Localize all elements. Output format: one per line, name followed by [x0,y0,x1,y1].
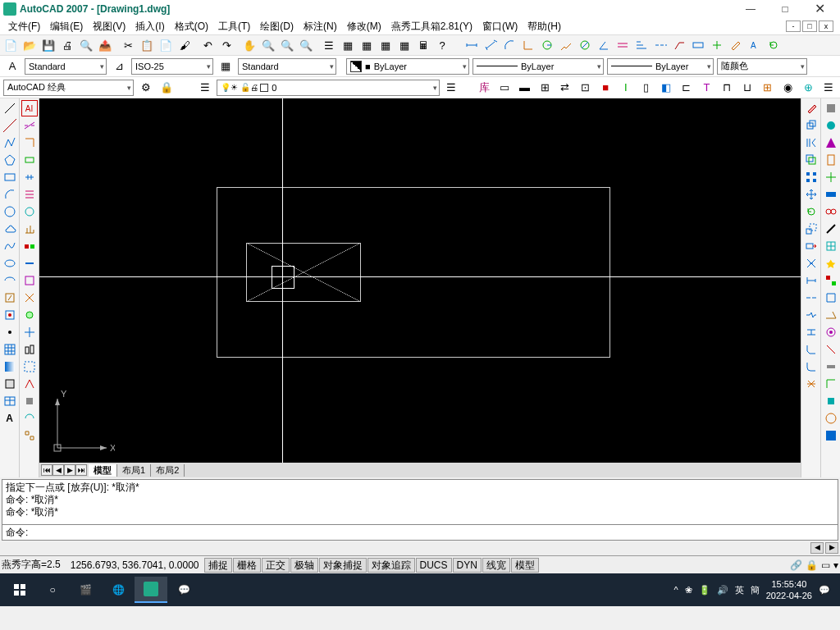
taskbar-browser[interactable]: 🌐 [102,577,135,603]
dim-quick-button[interactable] [614,36,632,54]
dim-ordinate-button[interactable] [519,36,537,54]
table-button[interactable] [2,393,18,409]
toggle-dyn[interactable]: DYN [453,558,482,573]
menu-help[interactable]: 帮助(H) [523,20,566,34]
save-button[interactable]: 💾 [39,36,57,54]
yr-t8[interactable] [823,221,839,237]
sheetset-button[interactable]: ▦ [377,36,395,54]
dim-arc-button[interactable] [500,36,518,54]
fillet-button[interactable] [803,358,819,375]
dim-leader-button[interactable] [670,36,688,54]
dim-angular-button[interactable] [595,36,613,54]
tab-model[interactable]: 模型 [89,464,117,477]
scroll-right-button[interactable]: ▶ [825,542,838,554]
dim-baseline-button[interactable] [632,36,651,54]
open-button[interactable]: 📂 [21,36,39,54]
tray-notifications-icon[interactable]: 💬 [819,585,830,596]
yr-t14[interactable] [823,324,839,340]
yr-t10[interactable] [823,255,839,272]
yr-t16[interactable] [823,358,839,375]
erase-button[interactable] [803,100,819,116]
dim-edit-button[interactable] [727,36,745,54]
yr-t2[interactable] [823,117,839,134]
dim-continue-button[interactable] [651,36,669,54]
taskbar-wechat[interactable]: 💬 [167,577,200,603]
yanxiu-tool14-button[interactable]: ⊞ [759,79,776,97]
menu-format[interactable]: 格式(O) [170,20,213,34]
mdi-restore-button[interactable]: □ [802,21,817,32]
menu-draw[interactable]: 绘图(D) [255,20,299,34]
tray-battery-icon[interactable]: 🔋 [699,585,710,596]
tab-layout2[interactable]: 布局2 [151,464,185,477]
yx-t8[interactable] [21,255,38,272]
tab-first-button[interactable]: ⏮ [41,464,52,476]
polygon-button[interactable] [2,152,18,168]
toggle-ducs[interactable]: DUCS [416,558,452,573]
yr-t7[interactable] [823,203,839,220]
yr-t4[interactable] [823,152,839,168]
gradient-button[interactable] [2,358,18,375]
yr-t5[interactable] [823,169,839,185]
tab-layout1[interactable]: 布局1 [117,464,151,477]
break2-button[interactable] [803,307,819,323]
yanxiu-tool5-button[interactable]: ⊡ [577,79,594,97]
stretch-button[interactable] [803,238,819,254]
dim-tedit-button[interactable]: A [746,36,764,54]
yr-t9[interactable] [823,238,839,254]
dimstyle-icon[interactable]: ⊿ [110,57,128,75]
yanxiu-lib-button[interactable]: 库 [476,79,493,97]
tab-last-button[interactable]: ⏭ [75,464,87,476]
tab-prev-button[interactable]: ◀ [52,464,64,476]
dimstyle-combo[interactable]: ISO-25 [131,58,213,75]
xline-button[interactable] [2,117,18,134]
yanxiu-tool11-button[interactable]: T [698,79,715,97]
workspace-settings-button[interactable]: ⚙ [137,79,154,97]
plot-button[interactable]: 🖨 [58,36,76,54]
status-tray-icon[interactable]: ▭ [821,559,830,571]
color-combo[interactable]: ■ByLayer [346,58,469,75]
toggle-polar[interactable]: 极轴 [290,558,318,573]
redo-button[interactable]: ↷ [217,36,235,54]
yx-t6[interactable] [21,221,38,237]
yanxiu-tool1-button[interactable]: ▭ [495,79,513,97]
tablestyle-icon[interactable]: ▦ [217,57,235,75]
maximize-button[interactable]: □ [768,0,802,18]
toggle-osnap[interactable]: 对象捕捉 [319,558,367,573]
dim-tolerance-button[interactable] [689,36,707,54]
yanxiu-tool10-button[interactable]: ⊏ [678,79,696,97]
yx-t5[interactable] [21,203,38,220]
spline-button[interactable] [2,238,18,254]
publish-button[interactable]: 📤 [96,36,114,54]
pan-button[interactable]: ✋ [240,36,258,54]
circle-button[interactable] [2,203,18,220]
toggle-lwt[interactable]: 线宽 [482,558,510,573]
quickcalc-button[interactable]: 🖩 [414,36,432,54]
taskbar-autocad[interactable] [135,577,167,603]
lineweight-combo[interactable]: ByLayer [607,58,714,75]
undo-button[interactable]: ↶ [199,36,217,54]
help-button[interactable]: ? [433,36,451,54]
copy-button[interactable]: 📋 [138,36,156,54]
array-button[interactable] [803,169,819,185]
yx-t1[interactable] [21,135,38,151]
status-clean-icon[interactable]: ▾ [833,559,838,571]
yx-t12[interactable] [21,324,38,340]
textstyle-icon[interactable]: A [3,57,21,75]
yx-t18[interactable] [21,427,38,444]
toggle-snap[interactable]: 捕捉 [204,558,232,573]
yx-dim-button[interactable] [21,117,38,134]
yanxiu-tool6-button[interactable]: ■ [597,79,614,97]
yx-t13[interactable] [21,341,38,358]
yanxiu-tool2-button[interactable]: ▬ [516,79,533,97]
point-button[interactable] [2,324,18,340]
yx-t11[interactable] [21,307,38,323]
cut-button[interactable]: ✂ [119,36,137,54]
yr-t18[interactable] [823,393,839,409]
region-button[interactable] [2,376,18,392]
break-button[interactable] [803,290,819,306]
mdi-minimize-button[interactable]: - [786,21,801,32]
arc-button[interactable] [2,186,18,203]
tray-chevron-icon[interactable]: ^ [674,585,678,595]
dim-radius-button[interactable] [538,36,556,54]
yanxiu-tool9-button[interactable]: ◧ [658,79,675,97]
